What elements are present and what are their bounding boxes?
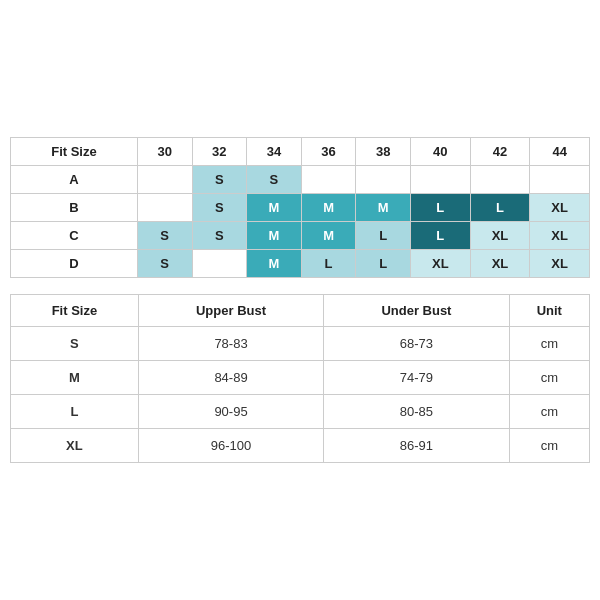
size-cell: M (356, 194, 411, 222)
size-cell: XL (470, 222, 530, 250)
under-bust-value: 80-85 (324, 395, 509, 429)
size-cell: S (137, 222, 192, 250)
unit-value: cm (509, 327, 589, 361)
size-cell: S (192, 222, 247, 250)
measurement-row: L90-9580-85cm (11, 395, 590, 429)
size-cell: XL (530, 194, 590, 222)
size-cell: XL (530, 222, 590, 250)
col2-fitsize: Fit Size (11, 295, 139, 327)
size-cell: L (411, 194, 471, 222)
size-cell: XL (470, 250, 530, 278)
fit-size-label: XL (11, 429, 139, 463)
size-cell: L (356, 250, 411, 278)
col2-unit: Unit (509, 295, 589, 327)
fit-size-label: D (11, 250, 138, 278)
fit-size-label: B (11, 194, 138, 222)
size-cell (411, 166, 471, 194)
fit-size-label: L (11, 395, 139, 429)
fit-size-label: A (11, 166, 138, 194)
measurement-row: S78-8368-73cm (11, 327, 590, 361)
table2-header-row: Fit Size Upper Bust Under Bust Unit (11, 295, 590, 327)
col2-underbust: Under Bust (324, 295, 509, 327)
size-cell: M (247, 194, 302, 222)
unit-value: cm (509, 395, 589, 429)
unit-value: cm (509, 361, 589, 395)
unit-value: cm (509, 429, 589, 463)
table-row: BSMMMLLXL (11, 194, 590, 222)
size-cell: S (247, 166, 302, 194)
size-cell: XL (411, 250, 471, 278)
col-30: 30 (137, 138, 192, 166)
size-cell (356, 166, 411, 194)
fit-size-label: C (11, 222, 138, 250)
measurement-row: XL96-10086-91cm (11, 429, 590, 463)
size-cell: S (192, 166, 247, 194)
upper-bust-value: 96-100 (138, 429, 323, 463)
size-cell (192, 250, 247, 278)
table-row: CSSMMLLXLXL (11, 222, 590, 250)
size-cell (301, 166, 356, 194)
size-cell: XL (530, 250, 590, 278)
size-cell (530, 166, 590, 194)
col-44: 44 (530, 138, 590, 166)
size-mapping-table: Fit Size 30 32 34 36 38 40 42 44 ASSBSMM… (10, 137, 590, 278)
size-cell: L (411, 222, 471, 250)
size-chart-container: Fit Size 30 32 34 36 38 40 42 44 ASSBSMM… (10, 137, 590, 463)
upper-bust-value: 78-83 (138, 327, 323, 361)
col-34: 34 (247, 138, 302, 166)
size-cell (470, 166, 530, 194)
under-bust-value: 86-91 (324, 429, 509, 463)
col-38: 38 (356, 138, 411, 166)
upper-bust-value: 90-95 (138, 395, 323, 429)
fit-size-label: M (11, 361, 139, 395)
col2-upperbust: Upper Bust (138, 295, 323, 327)
size-measurement-table: Fit Size Upper Bust Under Bust Unit S78-… (10, 294, 590, 463)
table-row: ASS (11, 166, 590, 194)
upper-bust-value: 84-89 (138, 361, 323, 395)
col-42: 42 (470, 138, 530, 166)
col-32: 32 (192, 138, 247, 166)
size-cell: S (137, 250, 192, 278)
size-cell: L (356, 222, 411, 250)
size-cell: M (247, 222, 302, 250)
under-bust-value: 68-73 (324, 327, 509, 361)
size-cell: S (192, 194, 247, 222)
col-fitsize: Fit Size (11, 138, 138, 166)
table-row: DSMLLXLXLXL (11, 250, 590, 278)
under-bust-value: 74-79 (324, 361, 509, 395)
size-cell: L (470, 194, 530, 222)
size-cell: M (247, 250, 302, 278)
measurement-row: M84-8974-79cm (11, 361, 590, 395)
size-cell: L (301, 250, 356, 278)
size-cell: M (301, 222, 356, 250)
size-cell (137, 166, 192, 194)
fit-size-label: S (11, 327, 139, 361)
size-cell: M (301, 194, 356, 222)
col-40: 40 (411, 138, 471, 166)
col-36: 36 (301, 138, 356, 166)
table1-header-row: Fit Size 30 32 34 36 38 40 42 44 (11, 138, 590, 166)
size-cell (137, 194, 192, 222)
